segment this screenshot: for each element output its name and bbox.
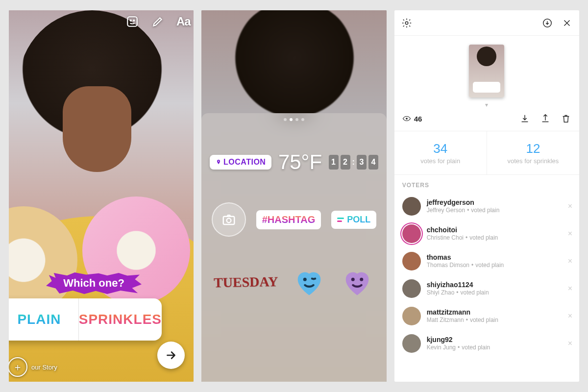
- heart-sticker-wink[interactable]: [292, 265, 326, 299]
- remove-voter-icon[interactable]: ×: [568, 202, 572, 211]
- text-tool-button[interactable]: Aa: [176, 14, 191, 29]
- remove-voter-icon[interactable]: ×: [568, 284, 572, 293]
- avatar: [402, 252, 421, 270]
- voter-subtext: Thomas Dimson•voted plain: [427, 262, 504, 269]
- voter-subtext: Shiyi Zhao•voted plain: [427, 289, 489, 296]
- voter-username: mattzitzmann: [427, 308, 498, 317]
- send-story-button[interactable]: [157, 342, 185, 369]
- location-sticker[interactable]: LOCATION: [210, 155, 271, 170]
- poll-bars-icon: [337, 218, 344, 222]
- story-thumbnail[interactable]: [469, 45, 504, 98]
- voter-row[interactable]: thomasThomas Dimson•voted plain×: [394, 247, 579, 275]
- settings-icon[interactable]: [401, 18, 412, 28]
- share-icon[interactable]: [540, 113, 551, 124]
- avatar: [402, 224, 421, 243]
- results-header: [394, 10, 579, 36]
- story-editor-screen: Aa Which one? PLAIN SPRINKLES ＋ our Stor…: [9, 10, 194, 382]
- hashtag-sticker[interactable]: #HASHTAG: [256, 210, 321, 229]
- votes-sprinkles: 12 votes for sprinkles: [487, 131, 579, 174]
- voters-list: jeffreydgersonJeffrey Gerson•voted plain…: [394, 193, 579, 357]
- eye-icon: [402, 114, 411, 123]
- voter-row[interactable]: mattzitzmannMatt Zitzmann•voted plain×: [394, 302, 579, 330]
- your-story-button[interactable]: ＋ our Story: [9, 357, 57, 377]
- voter-username: jeffreydgerson: [427, 198, 500, 207]
- svg-point-9: [405, 22, 408, 24]
- svg-point-5: [226, 219, 231, 223]
- svg-point-1: [130, 20, 131, 21]
- story-editor-toolbar: Aa: [125, 14, 191, 29]
- avatar: [402, 334, 421, 353]
- heart-sticker-smile[interactable]: [340, 265, 374, 299]
- close-icon[interactable]: [562, 18, 572, 28]
- poll-option-a[interactable]: PLAIN: [9, 298, 79, 341]
- avatar: [402, 197, 421, 216]
- voter-username: chchoitoi: [427, 226, 498, 235]
- poll-sticker[interactable]: PLAIN SPRINKLES: [9, 298, 162, 341]
- voter-subtext: Kevin Jung•voted plain: [427, 344, 490, 351]
- remove-voter-icon[interactable]: ×: [568, 339, 572, 348]
- sticker-tray-screen: LOCATION 75°F 1 2 : 3 4 #HASHTAG POLL TU…: [201, 10, 386, 382]
- poll-option-b[interactable]: SPRINKLES: [79, 298, 162, 341]
- pin-icon: [216, 159, 221, 165]
- voter-row[interactable]: jeffreydgersonJeffrey Gerson•voted plain…: [394, 193, 579, 220]
- voter-row[interactable]: chchoitoiChristine Choi•voted plain×: [394, 220, 579, 247]
- save-icon[interactable]: [542, 18, 553, 28]
- avatar: [402, 307, 421, 325]
- voter-subtext: Matt Zitzmann•voted plain: [427, 317, 498, 324]
- download-icon[interactable]: [519, 113, 530, 124]
- camera-icon: [221, 212, 236, 227]
- svg-point-8: [360, 278, 364, 281]
- remove-voter-icon[interactable]: ×: [568, 312, 572, 320]
- time-sticker[interactable]: 1 2 : 3 4: [329, 155, 378, 170]
- sticker-icon[interactable]: [125, 14, 140, 29]
- arrow-right-icon: [165, 349, 177, 362]
- add-story-icon: ＋: [9, 357, 27, 377]
- remove-voter-icon[interactable]: ×: [568, 229, 572, 238]
- voter-username: kjung92: [427, 336, 490, 344]
- svg-point-7: [351, 278, 355, 281]
- svg-rect-4: [223, 217, 235, 224]
- voter-subtext: Christine Choi•voted plain: [427, 234, 498, 242]
- poll-sticker-option[interactable]: POLL: [331, 211, 376, 229]
- svg-point-2: [133, 20, 134, 21]
- avatar: [402, 279, 421, 298]
- svg-rect-0: [128, 17, 138, 26]
- day-sticker[interactable]: TUESDAY: [213, 274, 278, 291]
- draw-icon[interactable]: [150, 14, 165, 29]
- votes-plain: 34 votes for plain: [394, 131, 487, 174]
- tray-page-indicator: [201, 118, 386, 121]
- remove-voter-icon[interactable]: ×: [568, 257, 572, 266]
- voter-subtext: Jeffrey Gerson•voted plain: [427, 207, 500, 214]
- voter-row[interactable]: shiyizhao1124Shiyi Zhao•voted plain×: [394, 275, 579, 302]
- voter-username: thomas: [427, 253, 504, 262]
- voter-username: shiyizhao1124: [427, 281, 489, 290]
- view-count: 46: [402, 114, 422, 123]
- svg-point-11: [406, 118, 408, 120]
- svg-point-6: [303, 278, 306, 281]
- voter-row[interactable]: kjung92Kevin Jung•voted plain×: [394, 330, 579, 357]
- voters-header: VOTERS: [394, 175, 579, 193]
- temperature-sticker[interactable]: 75°F: [278, 150, 322, 174]
- vote-summary: 34 votes for plain 12 votes for sprinkle…: [394, 131, 579, 175]
- svg-point-3: [218, 161, 219, 162]
- selfie-sticker[interactable]: [212, 202, 246, 237]
- poll-results-screen: ▾ 46 34 votes for plain 12 votes for spr…: [394, 10, 579, 382]
- chevron-down-icon: ▾: [394, 101, 579, 108]
- delete-icon[interactable]: [561, 113, 571, 124]
